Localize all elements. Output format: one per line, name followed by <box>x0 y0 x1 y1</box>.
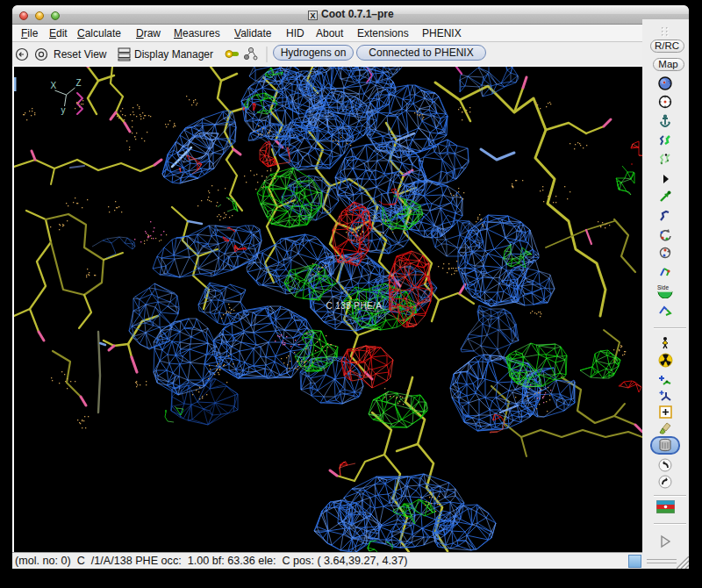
svg-text:C 138 PHE/A: C 138 PHE/A <box>326 301 382 311</box>
svg-text:Side: Side <box>657 284 669 290</box>
svg-text:Z: Z <box>75 78 81 88</box>
svg-text:X: X <box>50 81 56 90</box>
svg-text:y: y <box>61 105 65 115</box>
